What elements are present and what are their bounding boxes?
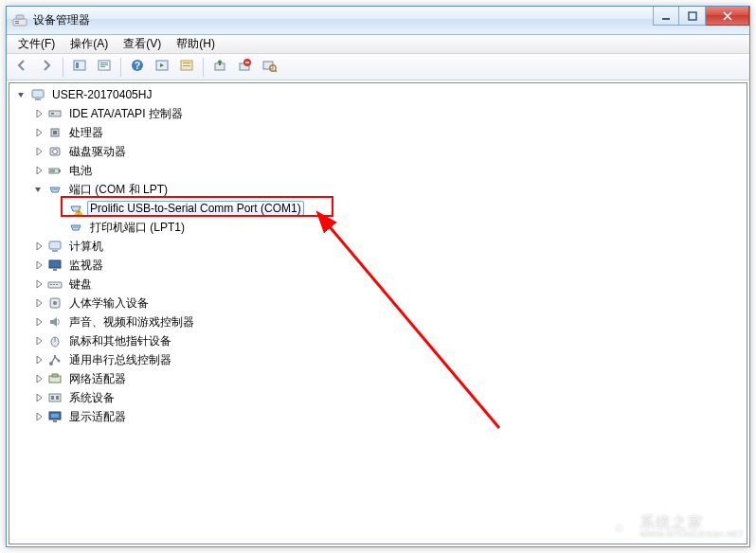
tree-category-node[interactable]: 磁盘驱动器 <box>11 142 747 161</box>
tree-category-node[interactable]: 电池 <box>11 161 747 180</box>
port-icon <box>47 182 63 197</box>
help-button[interactable]: ? <box>126 56 149 79</box>
tree-item-label: 声音、视频和游戏控制器 <box>66 313 197 331</box>
tree-item-label: Prolific USB-to-Serial Comm Port (COM1) <box>87 201 304 216</box>
menu-action[interactable]: 操作(A) <box>63 34 116 54</box>
expand-arrow-icon[interactable] <box>32 126 45 139</box>
tree-category-node[interactable]: 系统设备 <box>11 388 747 407</box>
tree-category-node[interactable]: 显示适配器 <box>11 407 747 426</box>
svg-rect-27 <box>49 111 61 116</box>
svg-point-42 <box>75 226 77 228</box>
tree-item-label: 计算机 <box>66 238 106 256</box>
expand-arrow-icon[interactable] <box>32 145 45 158</box>
tree-device-node[interactable]: Prolific USB-to-Serial Comm Port (COM1) <box>11 199 747 218</box>
close-button[interactable] <box>706 7 749 26</box>
svg-point-32 <box>53 150 58 154</box>
svg-rect-47 <box>53 269 57 271</box>
refresh-icon <box>154 58 170 76</box>
scan-hardware-button[interactable] <box>258 56 280 79</box>
window-title: 设备管理器 <box>33 12 90 28</box>
expand-arrow-icon[interactable] <box>32 183 45 196</box>
expand-arrow-icon[interactable] <box>32 259 45 272</box>
expand-arrow-icon[interactable] <box>32 410 45 423</box>
forward-button[interactable] <box>35 56 58 79</box>
refresh-button[interactable] <box>151 56 173 79</box>
tree-category-node[interactable]: 处理器 <box>11 123 747 142</box>
usb-icon <box>47 352 63 367</box>
uninstall-button[interactable] <box>233 56 256 79</box>
tree-device-node[interactable]: 打印机端口 (LPT1) <box>11 218 747 237</box>
svg-rect-66 <box>53 420 57 422</box>
port_warn-icon <box>68 201 83 216</box>
svg-rect-49 <box>50 284 52 285</box>
tree-item-label: 磁盘驱动器 <box>66 143 129 161</box>
svg-point-43 <box>77 226 79 228</box>
expand-arrow-icon[interactable] <box>32 164 45 177</box>
forward-icon <box>39 58 54 76</box>
expand-arrow-icon[interactable] <box>32 277 45 291</box>
expand-arrow-icon[interactable] <box>32 372 45 385</box>
update-driver-button[interactable] <box>208 56 231 79</box>
svg-rect-28 <box>51 113 54 115</box>
device-tree-pane[interactable]: USER-20170405HJ IDE ATA/ATAPI 控制器 处理器 磁盘… <box>9 82 747 544</box>
tree-item-label: 显示适配器 <box>66 408 129 426</box>
tree-category-node[interactable]: 人体学输入设备 <box>11 294 747 312</box>
tree-category-node[interactable]: 计算机 <box>11 237 747 256</box>
expand-arrow-icon[interactable] <box>32 391 45 404</box>
tree-root-node[interactable]: USER-20170405HJ <box>11 85 747 104</box>
svg-point-38 <box>56 188 58 190</box>
menu-file[interactable]: 文件(F) <box>10 34 63 54</box>
expand-arrow-icon[interactable] <box>32 334 45 348</box>
show-hidden-button[interactable] <box>68 56 91 79</box>
expand-arrow-icon[interactable] <box>32 240 45 253</box>
tree-item-label: 通用串行总线控制器 <box>66 351 174 369</box>
tree-item-label: USER-20170405HJ <box>49 87 154 102</box>
svg-rect-0 <box>13 19 27 26</box>
update-driver-icon <box>212 58 227 76</box>
expand-arrow-icon[interactable] <box>32 315 45 329</box>
svg-rect-40 <box>79 214 80 215</box>
tree-item-label: 网络适配器 <box>66 370 129 388</box>
tree-category-node[interactable]: 监视器 <box>11 256 747 275</box>
action-button[interactable] <box>175 56 198 79</box>
tree-category-node[interactable]: 端口 (COM 和 LPT) <box>11 180 747 199</box>
tree-item-label: 鼠标和其他指针设备 <box>66 332 174 350</box>
tree-category-node[interactable]: 网络适配器 <box>11 369 747 388</box>
expand-arrow-icon[interactable] <box>15 88 28 101</box>
disk-icon <box>47 144 63 159</box>
toolbar-separator <box>63 58 63 77</box>
expand-arrow-icon[interactable] <box>32 353 45 366</box>
svg-rect-7 <box>76 62 79 68</box>
minimize-button[interactable] <box>653 7 679 26</box>
tree-category-node[interactable]: 声音、视频和游戏控制器 <box>11 312 747 331</box>
svg-rect-30 <box>53 131 57 134</box>
tree-category-node[interactable]: IDE ATA/ATAPI 控制器 <box>11 104 747 123</box>
back-button[interactable] <box>10 56 33 79</box>
svg-rect-51 <box>56 284 58 285</box>
ide-icon <box>47 106 63 121</box>
tree-category-node[interactable]: 键盘 <box>11 275 747 294</box>
svg-rect-21 <box>245 62 249 62</box>
tree-item-label: 系统设备 <box>66 389 117 407</box>
svg-rect-63 <box>56 396 59 400</box>
window-controls <box>653 7 749 26</box>
svg-rect-61 <box>49 394 61 401</box>
tree-item-label: 键盘 <box>66 276 95 294</box>
tree-category-node[interactable]: 通用串行总线控制器 <box>11 350 747 369</box>
back-icon <box>14 58 29 76</box>
maximize-button[interactable] <box>679 7 706 26</box>
expand-arrow-icon[interactable] <box>32 296 45 310</box>
help-icon: ? <box>130 58 145 76</box>
svg-rect-45 <box>52 250 58 252</box>
svg-rect-62 <box>51 396 54 400</box>
svg-rect-1 <box>15 21 19 22</box>
expand-arrow-icon[interactable] <box>32 107 45 120</box>
properties-button[interactable] <box>93 56 116 79</box>
tree-category-node[interactable]: 鼠标和其他指针设备 <box>11 331 747 350</box>
menu-view[interactable]: 查看(V) <box>116 34 169 54</box>
svg-rect-26 <box>35 98 41 100</box>
svg-point-53 <box>53 301 57 305</box>
tree-item-label: 打印机端口 (LPT1) <box>87 219 188 237</box>
svg-point-37 <box>54 188 56 190</box>
menu-help[interactable]: 帮助(H) <box>169 34 223 54</box>
